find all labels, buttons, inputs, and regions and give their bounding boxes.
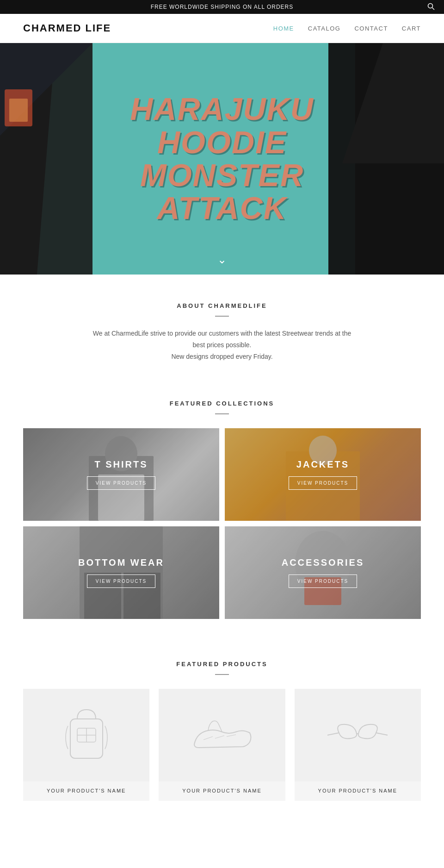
collection-bottomwear-label: BOTTOM WEAR (78, 557, 164, 568)
products-divider (215, 674, 229, 675)
about-divider (215, 316, 229, 317)
collections-section: FEATURED COLLECTIONS T SHIRTS VIEW PRODU… (0, 381, 444, 637)
collection-bottomwear-overlay: BOTTOM WEAR VIEW PRODUCTS (23, 526, 219, 619)
product-2-name: YOUR PRODUCT'S NAME (178, 781, 266, 801)
svg-line-1 (432, 7, 435, 10)
hero-section: HARAJUKU HOODIE MONSTER ATTACK ⌄ (0, 43, 444, 275)
hero-person-left (0, 43, 92, 275)
collections-title: FEATURED COLLECTIONS (23, 400, 421, 407)
nav: HOME CATALOG CONTACT CART (273, 25, 421, 32)
collection-accessories-label: ACCESSORIES (282, 557, 364, 568)
bottomwear-view-products[interactable]: VIEW PRODUCTS (87, 575, 155, 588)
product-1-name: YOUR PRODUCT'S NAME (42, 781, 131, 801)
nav-catalog[interactable]: CATALOG (308, 25, 341, 32)
product-3-name: YOUR PRODUCT'S NAME (314, 781, 402, 801)
svg-point-0 (428, 3, 433, 8)
hero-title: HARAJUKU HOODIE MONSTER ATTACK (83, 93, 361, 225)
collection-accessories-overlay: ACCESSORIES VIEW PRODUCTS (225, 526, 421, 619)
product-1[interactable]: YOUR PRODUCT'S NAME (23, 689, 149, 801)
products-title: FEATURED PRODUCTS (23, 661, 421, 668)
collection-jackets-label: JACKETS (296, 459, 349, 470)
svg-line-20 (204, 737, 213, 740)
tshirts-view-products[interactable]: VIEW PRODUCTS (87, 476, 155, 490)
collections-grid: T SHIRTS VIEW PRODUCTS JACKETS VIEW PROD… (23, 428, 421, 619)
collection-tshirts-label: T SHIRTS (94, 459, 148, 470)
about-text: We at CharmedLife strive to provide our … (88, 328, 356, 363)
svg-line-21 (215, 736, 224, 738)
nav-cart[interactable]: CART (402, 25, 421, 32)
collection-tshirts[interactable]: T SHIRTS VIEW PRODUCTS (23, 428, 219, 521)
nav-contact[interactable]: CONTACT (354, 25, 388, 32)
announcement-text: FREE WORLDWIDE SHIPPING ON ALL ORDERS (151, 4, 294, 10)
hero-scroll-arrow[interactable]: ⌄ (217, 253, 227, 266)
hero-background: HARAJUKU HOODIE MONSTER ATTACK (0, 43, 444, 275)
collections-divider (215, 413, 229, 414)
collection-bottomwear[interactable]: BOTTOM WEAR VIEW PRODUCTS (23, 526, 219, 619)
product-2-image (159, 689, 285, 781)
product-3-image (295, 689, 421, 781)
header: CHARMED LIFE HOME CATALOG CONTACT CART (0, 14, 444, 43)
product-3[interactable]: YOUR PRODUCT'S NAME (295, 689, 421, 801)
about-section: ABOUT CHARMEDLIFE We at CharmedLife stri… (0, 275, 444, 381)
products-grid: YOUR PRODUCT'S NAME YOUR PRODUCT'S NAME (23, 689, 421, 801)
jackets-view-products[interactable]: VIEW PRODUCTS (289, 476, 357, 490)
search-icon[interactable] (427, 3, 435, 12)
svg-rect-4 (9, 99, 28, 122)
collection-jackets[interactable]: JACKETS VIEW PRODUCTS (225, 428, 421, 521)
svg-line-22 (227, 735, 236, 737)
logo[interactable]: CHARMED LIFE (23, 22, 111, 34)
product-2[interactable]: YOUR PRODUCT'S NAME (159, 689, 285, 801)
announcement-bar: FREE WORLDWIDE SHIPPING ON ALL ORDERS (0, 0, 444, 14)
about-title: ABOUT CHARMEDLIFE (23, 302, 421, 309)
collection-tshirts-overlay: T SHIRTS VIEW PRODUCTS (23, 428, 219, 521)
collection-jackets-overlay: JACKETS VIEW PRODUCTS (225, 428, 421, 521)
nav-home[interactable]: HOME (273, 25, 294, 32)
collection-accessories[interactable]: ACCESSORIES VIEW PRODUCTS (225, 526, 421, 619)
product-1-image (23, 689, 149, 781)
products-section: FEATURED PRODUCTS YOUR PRODUCT'S NAME (0, 637, 444, 819)
accessories-view-products[interactable]: VIEW PRODUCTS (289, 575, 357, 588)
svg-rect-2 (0, 43, 92, 275)
